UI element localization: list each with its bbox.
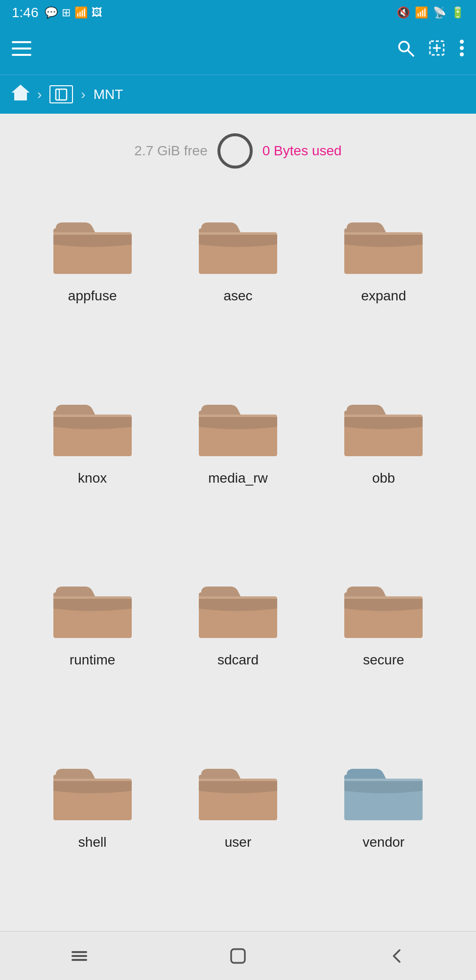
breadcrumb-chevron-2: ›	[81, 87, 85, 102]
svg-rect-12	[56, 89, 67, 100]
recent-apps-button[interactable]	[60, 936, 99, 976]
mute-icon: 🔇	[397, 6, 410, 19]
message-icon: 💬	[45, 6, 58, 19]
folder-item-runtime[interactable]: runtime	[20, 557, 165, 739]
folder-label-appfuse: appfuse	[68, 288, 117, 304]
folder-item-asec[interactable]: asec	[165, 193, 310, 375]
status-time: 1:46	[12, 5, 39, 21]
image-icon: 🖼	[92, 6, 102, 19]
folder-item-obb[interactable]: obb	[311, 375, 456, 558]
svg-rect-1	[12, 48, 31, 49]
home-button[interactable]	[218, 936, 258, 976]
folder-label-knox: knox	[78, 470, 107, 486]
grid-icon: ⊞	[62, 6, 71, 19]
folder-label-secure: secure	[363, 652, 404, 668]
folder-item-user[interactable]: user	[165, 739, 310, 922]
folder-label-obb: obb	[372, 470, 395, 486]
storage-icon[interactable]	[49, 85, 73, 104]
folder-icon-shell	[48, 754, 137, 828]
breadcrumb-bar: › › MNT	[0, 74, 476, 114]
folder-icon-media_rw	[194, 390, 282, 464]
back-button[interactable]	[377, 936, 416, 976]
folder-icon-sdcard	[194, 572, 282, 645]
folder-item-sdcard[interactable]: sdcard	[165, 557, 310, 739]
folder-item-knox[interactable]: knox	[20, 375, 165, 558]
folder-icon-user	[194, 754, 282, 828]
folder-item-appfuse[interactable]: appfuse	[20, 193, 165, 375]
bottom-nav	[0, 931, 476, 980]
selection-button[interactable]	[428, 39, 446, 61]
folder-label-asec: asec	[223, 288, 252, 304]
app-bar-left	[12, 40, 31, 60]
folder-label-expand: expand	[361, 288, 406, 304]
wifi-icon: 📶	[415, 6, 428, 19]
cellular-icon: 📡	[433, 6, 446, 19]
status-left: 1:46 💬 ⊞ 📶 🖼	[12, 5, 102, 21]
storage-used-text: 0 Bytes used	[262, 143, 342, 159]
svg-line-4	[408, 50, 413, 56]
folder-item-vendor[interactable]: vendor	[311, 739, 456, 922]
storage-circle-indicator	[217, 133, 253, 169]
svg-rect-2	[12, 54, 31, 56]
folder-label-media_rw: media_rw	[208, 470, 267, 486]
svg-point-9	[460, 46, 464, 50]
storage-free-text: 2.7 GiB free	[134, 143, 207, 159]
storage-info: 2.7 GiB free 0 Bytes used	[0, 114, 476, 183]
folder-label-user: user	[225, 834, 251, 850]
folder-label-sdcard: sdcard	[217, 652, 259, 668]
status-right: 🔇 📶 📡 🔋	[397, 6, 464, 19]
menu-button[interactable]	[12, 40, 31, 60]
breadcrumb-chevron-1: ›	[37, 87, 42, 102]
svg-rect-17	[231, 949, 245, 963]
folder-label-runtime: runtime	[70, 652, 115, 668]
folder-icon-runtime	[48, 572, 137, 645]
app-bar	[0, 25, 476, 74]
folder-icon-knox	[48, 390, 137, 464]
folder-grid: appfuse asec expand knox media_r	[0, 183, 476, 931]
search-button[interactable]	[397, 39, 414, 61]
folder-icon-secure	[339, 572, 428, 645]
status-bar: 1:46 💬 ⊞ 📶 🖼 🔇 📶 📡 🔋	[0, 0, 476, 25]
battery-icon: 🔋	[451, 6, 464, 19]
status-icons: 💬 ⊞ 📶 🖼	[45, 6, 102, 19]
folder-icon-obb	[339, 390, 428, 464]
folder-icon-appfuse	[48, 208, 137, 281]
folder-label-vendor: vendor	[363, 834, 405, 850]
folder-icon-asec	[194, 208, 282, 281]
signal-icon: 📶	[74, 6, 88, 19]
breadcrumb-current: MNT	[94, 87, 123, 102]
home-icon[interactable]	[12, 83, 29, 105]
more-button[interactable]	[459, 39, 464, 61]
folder-label-shell: shell	[78, 834, 107, 850]
folder-item-expand[interactable]: expand	[311, 193, 456, 375]
folder-item-media_rw[interactable]: media_rw	[165, 375, 310, 558]
svg-marker-11	[13, 85, 28, 100]
folder-icon-expand	[339, 208, 428, 281]
svg-point-8	[460, 40, 464, 44]
svg-rect-0	[12, 41, 31, 43]
folder-item-shell[interactable]: shell	[20, 739, 165, 922]
app-bar-actions	[397, 39, 464, 61]
folder-item-secure[interactable]: secure	[311, 557, 456, 739]
svg-point-10	[460, 52, 464, 56]
folder-icon-vendor	[339, 754, 428, 828]
